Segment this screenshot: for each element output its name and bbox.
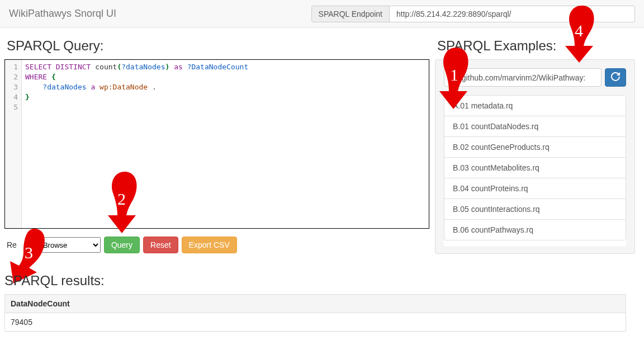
reset-button[interactable]: Reset (143, 237, 178, 253)
examples-list: A.01 metadata.rqB.01 countDataNodes.rqB.… (444, 95, 626, 240)
sparql-query-title: SPARQL Query: (7, 38, 429, 54)
table-row: 79405 (5, 313, 626, 332)
sparql-editor[interactable]: 12345 SELECT DISTINCT count(?dataNodes) … (4, 59, 429, 229)
example-item[interactable]: B.05 countInteractions.rq (444, 199, 626, 220)
results-mode-label-prefix: Re (7, 240, 17, 249)
examples-refresh-button[interactable] (605, 68, 626, 87)
export-csv-button[interactable]: Export CSV (182, 237, 237, 253)
examples-list-scroll[interactable]: A.01 metadata.rqB.01 countDataNodes.rqB.… (444, 95, 626, 246)
sparql-examples-title: SPARQL Examples: (437, 38, 635, 54)
app-brand: WikiPathawys Snorql UI (9, 8, 116, 20)
example-item[interactable]: A.01 metadata.rq (444, 96, 626, 116)
main-area: SPARQL Query: 12345 SELECT DISTINCT coun… (0, 28, 644, 254)
endpoint-group: SPARQL Endpoint (311, 6, 635, 22)
top-navbar: WikiPathawys Snorql UI SPARQL Endpoint (0, 0, 644, 28)
results-section[interactable]: SPARQL results: DataNodeCount 79405 (4, 271, 640, 349)
results-cell: 79405 (5, 313, 626, 332)
editor-code[interactable]: SELECT DISTINCT count(?dataNodes) as ?Da… (22, 60, 252, 228)
results-column-header: DataNodeCount (5, 295, 626, 313)
results-table: DataNodeCount 79405 (4, 294, 626, 332)
examples-panel: A.01 metadata.rqB.01 countDataNodes.rqB.… (435, 59, 635, 254)
controls-row: Re Browse Query Reset Export CSV 2 (4, 237, 429, 253)
sparql-results-title: SPARQL results: (4, 273, 626, 289)
endpoint-label: SPARQL Endpoint (311, 6, 389, 22)
example-item[interactable]: B.03 countMetabolites.rq (444, 158, 626, 178)
examples-url-input[interactable] (444, 68, 602, 87)
query-button[interactable]: Query (104, 237, 140, 253)
example-item[interactable]: B.02 countGeneProducts.rq (444, 137, 626, 158)
example-item[interactable]: B.01 countDataNodes.rq (444, 116, 626, 137)
editor-gutter: 12345 (5, 60, 22, 228)
refresh-icon (611, 74, 620, 83)
results-mode-select[interactable]: Browse (38, 237, 101, 253)
left-column: SPARQL Query: 12345 SELECT DISTINCT coun… (4, 32, 435, 254)
example-item[interactable]: B.04 countProteins.rq (444, 178, 626, 199)
example-item[interactable]: B.06 countPathways.rq (444, 220, 626, 240)
endpoint-input[interactable] (389, 6, 635, 22)
right-column: SPARQL Examples: A.01 metadata.rqB.01 co… (435, 32, 635, 254)
